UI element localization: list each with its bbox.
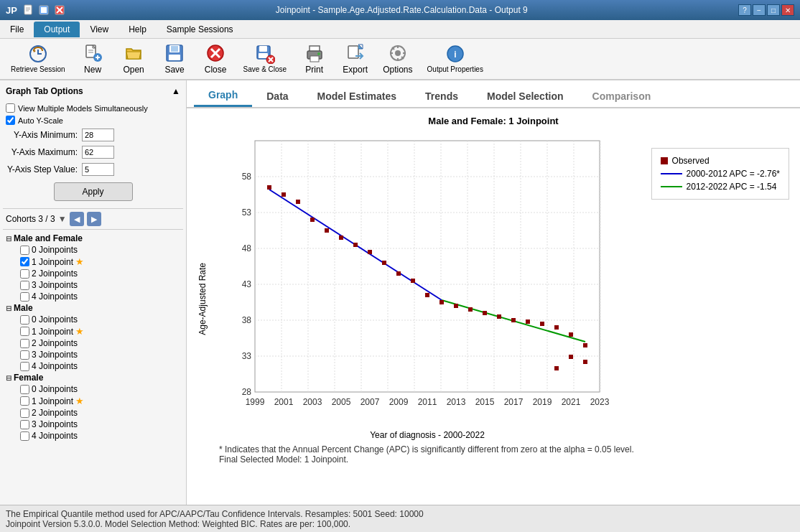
auto-y-scale-row: Auto Y-Scale — [6, 114, 180, 126]
tab-comparison[interactable]: Comparison — [578, 86, 666, 106]
save-close-icon — [255, 44, 275, 64]
options-button[interactable]: Options — [376, 42, 419, 76]
checkbox-mf-1jp[interactable] — [20, 257, 29, 266]
save-close-label: Save & Close — [243, 65, 287, 74]
menu-file[interactable]: File — [0, 22, 34, 37]
tab-model-estimates[interactable]: Model Estimates — [303, 86, 411, 106]
checkbox-f-0jp[interactable] — [20, 385, 29, 394]
chart-svg: 28 33 38 43 48 53 58 1999 2001 2003 2005… — [212, 134, 628, 435]
checkbox-f-1jp[interactable] — [20, 396, 29, 406]
y-axis-max-input[interactable] — [82, 146, 114, 159]
new-button[interactable]: New — [73, 42, 113, 76]
title-bar-doc-icons — [23, 4, 65, 16]
export-button[interactable]: Export — [335, 42, 375, 76]
retrieve-session-label: Retrieve Session — [11, 65, 65, 74]
legend-line2: 2012-2022 APC = -1.54 — [661, 180, 780, 193]
legend-observed-symbol — [661, 157, 668, 164]
checkbox-m-4jp[interactable] — [20, 362, 29, 371]
window-controls[interactable]: ? − □ ✕ — [738, 4, 794, 16]
cohorts-label: Cohorts 3 / 3 — [6, 214, 55, 224]
options-icon — [388, 43, 408, 63]
legend-line1-label: 2000-2012 APC = -2.76* — [687, 169, 780, 179]
svg-point-37 — [395, 50, 401, 56]
svg-rect-31 — [310, 56, 319, 62]
tree-group-male-label: Male — [14, 303, 33, 313]
tab-graph[interactable]: Graph — [194, 85, 252, 107]
output-properties-label: Output Properties — [427, 65, 483, 74]
tree-item-mf-0jp: 0 Joinpoints — [6, 244, 180, 256]
y-axis-step-label: Y-Axis Step Value: — [6, 164, 78, 174]
svg-text:1999: 1999 — [246, 397, 265, 407]
save-icon — [164, 43, 185, 63]
apply-button[interactable]: Apply — [54, 182, 133, 201]
svg-rect-92 — [325, 228, 329, 233]
save-button[interactable]: Save — [155, 42, 195, 76]
menu-help[interactable]: Help — [118, 22, 157, 37]
expand-male-female-icon[interactable]: ⊟ — [6, 235, 11, 243]
svg-rect-97 — [396, 271, 401, 276]
svg-rect-24 — [259, 46, 267, 52]
checkbox-f-2jp[interactable] — [20, 409, 29, 418]
menu-sample-sessions[interactable]: Sample Sessions — [157, 22, 243, 37]
label-mf-4jp: 4 Joinpoints — [32, 291, 78, 302]
collapse-icon[interactable]: ▲ — [172, 86, 180, 96]
checkbox-m-1jp[interactable] — [20, 327, 29, 336]
svg-rect-5 — [41, 7, 47, 13]
svg-text:2009: 2009 — [389, 397, 409, 407]
new-label: New — [84, 65, 101, 75]
menu-view[interactable]: View — [80, 22, 118, 37]
y-axis-min-input[interactable] — [82, 129, 114, 141]
label-m-0jp: 0 Joinpoints — [32, 314, 78, 325]
svg-rect-99 — [425, 293, 429, 297]
checkbox-f-3jp[interactable] — [20, 420, 29, 429]
svg-text:2019: 2019 — [533, 397, 552, 407]
help-btn[interactable]: ? — [738, 4, 751, 16]
output-properties-button[interactable]: i Output Properties — [421, 42, 490, 76]
tree-group-female-header: ⊟ Female — [6, 372, 180, 383]
close-button[interactable]: Close — [196, 42, 236, 76]
retrieve-session-button[interactable]: Retrieve Session — [4, 42, 72, 76]
tab-model-selection[interactable]: Model Selection — [473, 86, 578, 106]
graph-content: Male and Female: 1 Joinpoint Age-Adjuste… — [187, 108, 800, 505]
legend-box: Observed 2000-2012 APC = -2.76* 2012-202… — [651, 148, 789, 200]
svg-text:48: 48 — [242, 243, 252, 253]
expand-male-icon[interactable]: ⊟ — [6, 304, 11, 312]
checkbox-f-4jp[interactable] — [20, 431, 29, 441]
graph-notes: * Indicates that the Annual Percent Chan… — [219, 440, 644, 465]
checkbox-mf-3jp[interactable] — [20, 281, 29, 290]
save-close-button[interactable]: Save & Close — [237, 42, 294, 76]
checkbox-mf-4jp[interactable] — [20, 292, 29, 302]
close-btn[interactable]: ✕ — [781, 4, 794, 16]
svg-text:38: 38 — [242, 315, 252, 325]
tab-data[interactable]: Data — [252, 86, 302, 106]
tab-trends[interactable]: Trends — [411, 86, 473, 106]
checkbox-m-0jp[interactable] — [20, 315, 29, 325]
svg-rect-113 — [583, 360, 587, 364]
checkbox-m-3jp[interactable] — [20, 350, 29, 360]
y-axis-step-input[interactable] — [82, 163, 114, 176]
checkbox-mf-2jp[interactable] — [20, 269, 29, 279]
svg-rect-102 — [468, 307, 473, 312]
svg-text:43: 43 — [242, 279, 252, 289]
y-axis-min-row: Y-Axis Minimum: — [6, 126, 180, 144]
open-button[interactable]: Open — [114, 42, 154, 76]
print-button[interactable]: Print — [294, 42, 334, 76]
maximize-btn[interactable]: □ — [767, 4, 780, 16]
open-icon — [124, 43, 144, 63]
menu-output[interactable]: Output — [34, 22, 80, 37]
minimize-btn[interactable]: − — [753, 4, 766, 16]
view-multiple-checkbox[interactable] — [6, 103, 15, 113]
svg-rect-100 — [439, 300, 444, 304]
svg-text:2015: 2015 — [475, 397, 495, 407]
cohorts-next-button[interactable]: ▶ — [87, 212, 101, 226]
checkbox-mf-0jp[interactable] — [20, 246, 29, 255]
label-mf-0jp: 0 Joinpoints — [32, 245, 78, 255]
y-axis-label: Age-Adjusted Rate — [197, 263, 208, 335]
cohorts-bar: Cohorts 3 / 3 ▼ ◀ ▶ — [3, 208, 183, 230]
status-line1: The Empirical Quantile method used for A… — [6, 509, 794, 519]
svg-point-32 — [317, 52, 320, 55]
expand-female-icon[interactable]: ⊟ — [6, 374, 11, 382]
checkbox-m-2jp[interactable] — [20, 339, 29, 348]
auto-y-scale-checkbox[interactable] — [6, 116, 15, 125]
cohorts-prev-button[interactable]: ◀ — [70, 212, 84, 226]
